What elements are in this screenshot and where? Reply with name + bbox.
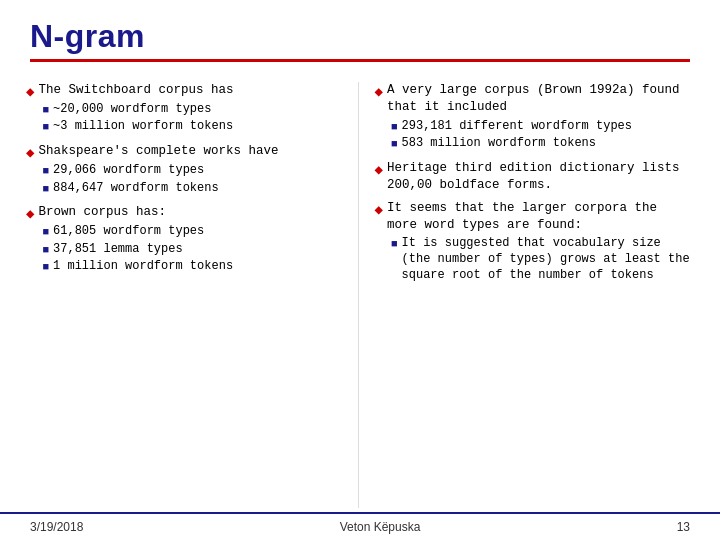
left-list-item: ◆Brown corpus has:■61,805 wordform types… xyxy=(26,204,346,277)
item-label: The Switchboard corpus has xyxy=(38,83,233,97)
slide: N-gram ◆The Switchboard corpus has■~20,0… xyxy=(0,0,720,540)
sub-item-label: 884,647 wordform tokens xyxy=(53,181,219,197)
bullet-icon: ◆ xyxy=(26,144,34,161)
content-area: ◆The Switchboard corpus has■~20,000 word… xyxy=(0,78,720,512)
bullet-icon: ◆ xyxy=(26,83,34,100)
sub-list-item: ■293,181 different wordform types xyxy=(391,119,694,135)
sub-list-item: ■29,066 wordform types xyxy=(42,163,278,179)
item-label: It seems that the larger corpora the mor… xyxy=(387,201,657,232)
title-underline xyxy=(30,59,690,62)
sub-item-label: 61,805 wordform types xyxy=(53,224,204,240)
sub-bullet-icon: ■ xyxy=(391,238,398,250)
slide-title: N-gram xyxy=(30,18,690,55)
sub-list-item: ■61,805 wordform types xyxy=(42,224,233,240)
footer-author: Veton Këpuska xyxy=(340,520,421,534)
footer-page: 13 xyxy=(677,520,690,534)
item-label: Shakspeare's complete works have xyxy=(38,144,278,158)
sub-list: ■~20,000 wordform types■~3 million worfo… xyxy=(38,102,233,135)
left-list-item: ◆The Switchboard corpus has■~20,000 word… xyxy=(26,82,346,137)
left-main-list: ◆The Switchboard corpus has■~20,000 word… xyxy=(26,82,346,277)
sub-bullet-icon: ■ xyxy=(42,226,49,238)
bullet-icon: ◆ xyxy=(375,201,383,218)
right-column: ◆A very large corpus (Brown 1992a) found… xyxy=(369,82,701,508)
item-content: Brown corpus has:■61,805 wordform types■… xyxy=(38,204,233,277)
sub-bullet-icon: ■ xyxy=(391,138,398,150)
item-content: A very large corpus (Brown 1992a) found … xyxy=(387,82,694,154)
right-main-list: ◆A very large corpus (Brown 1992a) found… xyxy=(375,82,695,285)
right-list-item: ◆It seems that the larger corpora the mo… xyxy=(375,200,695,286)
sub-list: ■It is suggested that vocabulary size (t… xyxy=(387,236,694,283)
footer-date: 3/19/2018 xyxy=(30,520,83,534)
left-column: ◆The Switchboard corpus has■~20,000 word… xyxy=(20,82,359,508)
sub-item-label: It is suggested that vocabulary size (th… xyxy=(402,236,694,283)
sub-list-item: ■583 million wordform tokens xyxy=(391,136,694,152)
sub-list: ■61,805 wordform types■37,851 lemma type… xyxy=(38,224,233,275)
sub-item-label: ~20,000 wordform types xyxy=(53,102,211,118)
item-label: Heritage third edition dictionary lists … xyxy=(387,161,680,192)
sub-list-item: ■~20,000 wordform types xyxy=(42,102,233,118)
item-content: The Switchboard corpus has■~20,000 wordf… xyxy=(38,82,233,137)
sub-bullet-icon: ■ xyxy=(42,121,49,133)
sub-bullet-icon: ■ xyxy=(42,261,49,273)
bullet-icon: ◆ xyxy=(375,83,383,100)
header: N-gram xyxy=(0,0,720,78)
sub-list-item: ■~3 million worform tokens xyxy=(42,119,233,135)
sub-bullet-icon: ■ xyxy=(42,244,49,256)
right-list-item: ◆A very large corpus (Brown 1992a) found… xyxy=(375,82,695,154)
sub-item-label: 37,851 lemma types xyxy=(53,242,183,258)
sub-bullet-icon: ■ xyxy=(42,165,49,177)
sub-bullet-icon: ■ xyxy=(42,183,49,195)
sub-list-item: ■1 million wordform tokens xyxy=(42,259,233,275)
sub-list: ■293,181 different wordform types■583 mi… xyxy=(387,119,694,152)
left-list-item: ◆Shakspeare's complete works have■29,066… xyxy=(26,143,346,198)
sub-bullet-icon: ■ xyxy=(391,121,398,133)
sub-list-item: ■884,647 wordform tokens xyxy=(42,181,278,197)
item-content: Heritage third edition dictionary lists … xyxy=(387,160,694,194)
sub-item-label: 583 million wordform tokens xyxy=(402,136,596,152)
sub-list-item: ■37,851 lemma types xyxy=(42,242,233,258)
footer: 3/19/2018 Veton Këpuska 13 xyxy=(0,512,720,540)
sub-item-label: ~3 million worform tokens xyxy=(53,119,233,135)
bullet-icon: ◆ xyxy=(26,205,34,222)
item-content: Shakspeare's complete works have■29,066 … xyxy=(38,143,278,198)
item-content: It seems that the larger corpora the mor… xyxy=(387,200,694,286)
sub-list-item: ■It is suggested that vocabulary size (t… xyxy=(391,236,694,283)
item-label: A very large corpus (Brown 1992a) found … xyxy=(387,83,680,114)
sub-item-label: 1 million wordform tokens xyxy=(53,259,233,275)
sub-item-label: 29,066 wordform types xyxy=(53,163,204,179)
item-label: Brown corpus has: xyxy=(38,205,166,219)
right-list-item: ◆Heritage third edition dictionary lists… xyxy=(375,160,695,194)
sub-item-label: 293,181 different wordform types xyxy=(402,119,632,135)
sub-list: ■29,066 wordform types■884,647 wordform … xyxy=(38,163,278,196)
bullet-icon: ◆ xyxy=(375,161,383,178)
sub-bullet-icon: ■ xyxy=(42,104,49,116)
